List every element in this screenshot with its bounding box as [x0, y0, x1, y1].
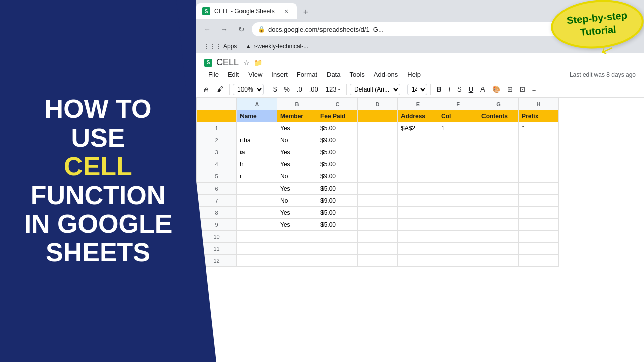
- document-title[interactable]: CELL: [216, 57, 239, 68]
- header-d[interactable]: [358, 110, 398, 122]
- col-header-c[interactable]: C: [317, 98, 358, 110]
- italic-button[interactable]: I: [445, 83, 453, 95]
- data-cell[interactable]: [519, 195, 559, 207]
- forward-button[interactable]: →: [217, 22, 231, 36]
- header-address[interactable]: Address: [398, 110, 438, 122]
- tab-close-button[interactable]: ×: [282, 7, 291, 16]
- data-cell[interactable]: [478, 195, 519, 207]
- data-cell[interactable]: [478, 158, 519, 170]
- data-cell[interactable]: [478, 134, 519, 146]
- data-cell[interactable]: $5.00: [317, 122, 358, 134]
- header-name[interactable]: Name: [237, 110, 277, 122]
- merge-button[interactable]: ⊡: [517, 83, 528, 95]
- menu-tools[interactable]: Tools: [345, 69, 368, 80]
- data-cell[interactable]: [438, 158, 478, 170]
- strikethrough-button[interactable]: S: [454, 83, 465, 95]
- data-cell[interactable]: 1: [438, 122, 478, 134]
- data-cell[interactable]: [398, 134, 438, 146]
- data-cell[interactable]: Yes: [277, 158, 317, 170]
- data-cell[interactable]: [438, 255, 478, 267]
- fill-color-button[interactable]: 🎨: [489, 83, 503, 95]
- percent-button[interactable]: %: [281, 83, 293, 95]
- data-cell[interactable]: [398, 231, 438, 243]
- data-cell[interactable]: [519, 146, 559, 158]
- menu-file[interactable]: File: [204, 69, 223, 80]
- col-header-g[interactable]: G: [478, 98, 519, 110]
- data-cell[interactable]: [478, 170, 519, 183]
- data-cell[interactable]: [519, 170, 559, 183]
- col-header-b[interactable]: B: [277, 98, 317, 110]
- header-contents[interactable]: Contents: [478, 110, 519, 122]
- data-cell[interactable]: [478, 146, 519, 158]
- data-cell[interactable]: r: [237, 170, 277, 183]
- data-cell[interactable]: [519, 219, 559, 231]
- data-cell[interactable]: [478, 243, 519, 255]
- data-cell[interactable]: [438, 170, 478, 183]
- data-cell[interactable]: $9.00: [317, 134, 358, 146]
- folder-button[interactable]: 📁: [254, 59, 262, 67]
- data-cell[interactable]: [398, 195, 438, 207]
- data-cell[interactable]: [317, 243, 358, 255]
- data-cell[interactable]: $A$2: [398, 122, 438, 134]
- data-cell[interactable]: [277, 255, 317, 267]
- data-cell[interactable]: Yes: [277, 183, 317, 195]
- data-cell[interactable]: [438, 207, 478, 219]
- data-cell[interactable]: [519, 207, 559, 219]
- zoom-select[interactable]: 100%: [233, 84, 264, 95]
- data-cell[interactable]: [358, 158, 398, 170]
- new-tab-button[interactable]: +: [299, 5, 313, 19]
- bookmark-apps[interactable]: ⋮⋮⋮ Apps: [200, 42, 240, 51]
- data-cell[interactable]: $5.00: [317, 207, 358, 219]
- data-cell[interactable]: [358, 170, 398, 183]
- data-cell[interactable]: [519, 158, 559, 170]
- data-cell[interactable]: $5.00: [317, 146, 358, 158]
- data-cell[interactable]: [398, 158, 438, 170]
- star-button[interactable]: ☆: [243, 59, 250, 67]
- data-cell[interactable]: [317, 231, 358, 243]
- decimal-less-button[interactable]: .0: [294, 83, 305, 95]
- data-cell[interactable]: [438, 243, 478, 255]
- col-header-d[interactable]: D: [358, 98, 398, 110]
- data-cell[interactable]: [478, 207, 519, 219]
- data-cell[interactable]: [519, 183, 559, 195]
- menu-data[interactable]: Data: [323, 69, 344, 80]
- data-cell[interactable]: h: [237, 158, 277, 170]
- col-header-e[interactable]: E: [398, 98, 438, 110]
- data-cell[interactable]: No: [277, 195, 317, 207]
- data-cell[interactable]: $5.00: [317, 158, 358, 170]
- bookmark-rweekly[interactable]: ▲ r-weekly-technical-...: [242, 42, 311, 51]
- data-cell[interactable]: [519, 231, 559, 243]
- data-cell[interactable]: [398, 255, 438, 267]
- menu-addons[interactable]: Add-ons: [370, 69, 402, 80]
- print-button[interactable]: 🖨: [200, 83, 213, 95]
- data-cell[interactable]: ia: [237, 146, 277, 158]
- data-cell[interactable]: [358, 183, 398, 195]
- data-cell[interactable]: rtha: [237, 134, 277, 146]
- data-cell[interactable]: $5.00: [317, 183, 358, 195]
- data-cell[interactable]: [398, 146, 438, 158]
- decimal-more-button[interactable]: .00: [306, 83, 321, 95]
- menu-view[interactable]: View: [244, 69, 266, 80]
- data-cell[interactable]: [237, 231, 277, 243]
- data-cell[interactable]: [358, 231, 398, 243]
- data-cell[interactable]: [358, 255, 398, 267]
- data-cell[interactable]: [358, 134, 398, 146]
- data-cell[interactable]: [478, 219, 519, 231]
- data-cell[interactable]: ": [519, 122, 559, 134]
- data-cell[interactable]: [358, 195, 398, 207]
- data-cell[interactable]: $5.00: [317, 219, 358, 231]
- borders-button[interactable]: ⊞: [504, 83, 516, 95]
- browser-tab[interactable]: S CELL - Google Sheets ×: [196, 3, 297, 19]
- data-cell[interactable]: [277, 231, 317, 243]
- align-button[interactable]: ≡: [529, 83, 539, 95]
- data-cell[interactable]: [438, 195, 478, 207]
- data-cell[interactable]: [438, 134, 478, 146]
- header-fee-paid[interactable]: Fee Paid: [317, 110, 358, 122]
- data-cell[interactable]: Yes: [277, 219, 317, 231]
- data-cell[interactable]: No: [277, 134, 317, 146]
- data-cell[interactable]: [519, 255, 559, 267]
- data-cell[interactable]: [398, 243, 438, 255]
- data-cell[interactable]: [237, 207, 277, 219]
- data-cell[interactable]: No: [277, 170, 317, 183]
- format-num-button[interactable]: 123~: [323, 83, 343, 95]
